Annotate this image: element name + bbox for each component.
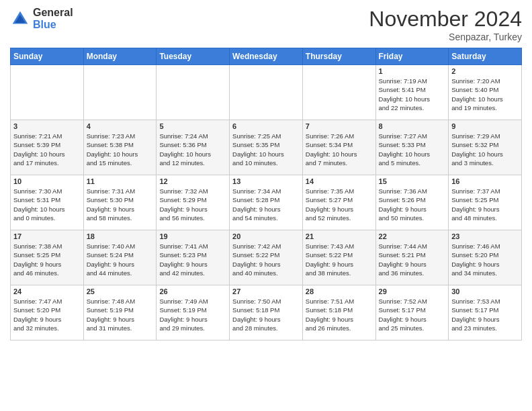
cell-w4-d6: 30Sunrise: 7:53 AMSunset: 5:17 PMDayligh… (449, 285, 522, 340)
week-row-3: 10Sunrise: 7:30 AMSunset: 5:31 PMDayligh… (11, 175, 522, 230)
header-row: SundayMondayTuesdayWednesdayThursdayFrid… (11, 48, 522, 65)
day-number: 17 (13, 232, 81, 240)
cell-w1-d6: 9Sunrise: 7:29 AMSunset: 5:32 PMDaylight… (449, 120, 522, 175)
cell-w0-d4 (302, 65, 375, 120)
week-row-4: 17Sunrise: 7:38 AMSunset: 5:25 PMDayligh… (11, 230, 522, 285)
cell-w4-d2: 26Sunrise: 7:49 AMSunset: 5:19 PMDayligh… (157, 285, 230, 340)
day-info: Sunrise: 7:50 AMSunset: 5:18 PMDaylight:… (232, 297, 300, 332)
cell-w0-d0 (11, 65, 84, 120)
cell-w2-d3: 13Sunrise: 7:34 AMSunset: 5:28 PMDayligh… (230, 175, 303, 230)
month-title: November 2024 (369, 7, 522, 32)
day-number: 13 (232, 177, 300, 185)
cell-w2-d1: 11Sunrise: 7:31 AMSunset: 5:30 PMDayligh… (83, 175, 157, 230)
location: Senpazar, Turkey (369, 32, 522, 42)
day-info: Sunrise: 7:23 AMSunset: 5:38 PMDaylight:… (87, 132, 154, 167)
cell-w2-d6: 16Sunrise: 7:37 AMSunset: 5:25 PMDayligh… (449, 175, 522, 230)
header-monday: Monday (83, 48, 157, 65)
cell-w4-d4: 28Sunrise: 7:51 AMSunset: 5:18 PMDayligh… (302, 285, 375, 340)
day-info: Sunrise: 7:30 AMSunset: 5:31 PMDaylight:… (13, 187, 81, 222)
logo-text: General Blue (33, 7, 73, 30)
day-info: Sunrise: 7:37 AMSunset: 5:25 PMDaylight:… (451, 187, 519, 222)
cell-w0-d2 (157, 65, 230, 120)
cell-w1-d3: 6Sunrise: 7:25 AMSunset: 5:35 PMDaylight… (230, 120, 303, 175)
cell-w3-d0: 17Sunrise: 7:38 AMSunset: 5:25 PMDayligh… (11, 230, 84, 285)
day-info: Sunrise: 7:27 AMSunset: 5:33 PMDaylight:… (379, 132, 446, 167)
calendar-body: 1Sunrise: 7:19 AMSunset: 5:41 PMDaylight… (11, 65, 522, 340)
cell-w0-d5: 1Sunrise: 7:19 AMSunset: 5:41 PMDaylight… (375, 65, 449, 120)
cell-w3-d5: 22Sunrise: 7:44 AMSunset: 5:21 PMDayligh… (375, 230, 449, 285)
day-info: Sunrise: 7:35 AMSunset: 5:27 PMDaylight:… (306, 187, 373, 222)
day-number: 4 (87, 122, 154, 130)
day-info: Sunrise: 7:51 AMSunset: 5:18 PMDaylight:… (306, 297, 373, 332)
calendar-page: General Blue November 2024 Senpazar, Tur… (0, 0, 532, 411)
day-number: 29 (379, 287, 446, 295)
day-number: 26 (159, 287, 226, 295)
day-number: 3 (13, 122, 81, 130)
day-info: Sunrise: 7:21 AMSunset: 5:39 PMDaylight:… (13, 132, 81, 167)
day-info: Sunrise: 7:36 AMSunset: 5:26 PMDaylight:… (379, 187, 446, 222)
header-wednesday: Wednesday (230, 48, 303, 65)
title-block: November 2024 Senpazar, Turkey (369, 7, 522, 42)
cell-w2-d5: 15Sunrise: 7:36 AMSunset: 5:26 PMDayligh… (375, 175, 449, 230)
day-info: Sunrise: 7:47 AMSunset: 5:20 PMDaylight:… (13, 297, 81, 332)
day-info: Sunrise: 7:26 AMSunset: 5:34 PMDaylight:… (306, 132, 373, 167)
day-number: 15 (379, 177, 446, 185)
day-info: Sunrise: 7:44 AMSunset: 5:21 PMDaylight:… (379, 242, 446, 277)
cell-w1-d0: 3Sunrise: 7:21 AMSunset: 5:39 PMDaylight… (11, 120, 84, 175)
day-number: 9 (451, 122, 519, 130)
logo-blue: Blue (33, 19, 73, 31)
day-info: Sunrise: 7:53 AMSunset: 5:17 PMDaylight:… (451, 297, 519, 332)
day-info: Sunrise: 7:29 AMSunset: 5:32 PMDaylight:… (451, 132, 519, 167)
day-number: 7 (306, 122, 373, 130)
day-info: Sunrise: 7:34 AMSunset: 5:28 PMDaylight:… (232, 187, 300, 222)
day-number: 18 (87, 232, 154, 240)
calendar-header: SundayMondayTuesdayWednesdayThursdayFrid… (11, 48, 522, 65)
day-number: 2 (451, 67, 519, 75)
day-number: 21 (306, 232, 373, 240)
cell-w4-d3: 27Sunrise: 7:50 AMSunset: 5:18 PMDayligh… (230, 285, 303, 340)
day-number: 25 (87, 287, 154, 295)
cell-w4-d5: 29Sunrise: 7:52 AMSunset: 5:17 PMDayligh… (375, 285, 449, 340)
day-info: Sunrise: 7:25 AMSunset: 5:35 PMDaylight:… (232, 132, 300, 167)
day-info: Sunrise: 7:40 AMSunset: 5:24 PMDaylight:… (87, 242, 154, 277)
cell-w1-d4: 7Sunrise: 7:26 AMSunset: 5:34 PMDaylight… (302, 120, 375, 175)
header-sunday: Sunday (11, 48, 84, 65)
day-number: 11 (87, 177, 154, 185)
logo-general: General (33, 7, 73, 19)
day-number: 28 (306, 287, 373, 295)
day-number: 1 (379, 67, 446, 75)
cell-w3-d4: 21Sunrise: 7:43 AMSunset: 5:22 PMDayligh… (302, 230, 375, 285)
day-number: 12 (159, 177, 226, 185)
cell-w0-d1 (83, 65, 157, 120)
cell-w3-d1: 18Sunrise: 7:40 AMSunset: 5:24 PMDayligh… (83, 230, 157, 285)
cell-w4-d1: 25Sunrise: 7:48 AMSunset: 5:19 PMDayligh… (83, 285, 157, 340)
header-friday: Friday (375, 48, 449, 65)
day-info: Sunrise: 7:42 AMSunset: 5:22 PMDaylight:… (232, 242, 300, 277)
cell-w1-d5: 8Sunrise: 7:27 AMSunset: 5:33 PMDaylight… (375, 120, 449, 175)
day-info: Sunrise: 7:31 AMSunset: 5:30 PMDaylight:… (87, 187, 154, 222)
day-number: 10 (13, 177, 81, 185)
day-number: 27 (232, 287, 300, 295)
day-number: 20 (232, 232, 300, 240)
cell-w3-d3: 20Sunrise: 7:42 AMSunset: 5:22 PMDayligh… (230, 230, 303, 285)
cell-w2-d2: 12Sunrise: 7:32 AMSunset: 5:29 PMDayligh… (157, 175, 230, 230)
day-info: Sunrise: 7:38 AMSunset: 5:25 PMDaylight:… (13, 242, 81, 277)
day-info: Sunrise: 7:19 AMSunset: 5:41 PMDaylight:… (379, 77, 446, 112)
cell-w3-d2: 19Sunrise: 7:41 AMSunset: 5:23 PMDayligh… (157, 230, 230, 285)
header-thursday: Thursday (302, 48, 375, 65)
day-info: Sunrise: 7:52 AMSunset: 5:17 PMDaylight:… (379, 297, 446, 332)
day-info: Sunrise: 7:43 AMSunset: 5:22 PMDaylight:… (306, 242, 373, 277)
cell-w2-d0: 10Sunrise: 7:30 AMSunset: 5:31 PMDayligh… (11, 175, 84, 230)
header-saturday: Saturday (449, 48, 522, 65)
day-number: 22 (379, 232, 446, 240)
cell-w3-d6: 23Sunrise: 7:46 AMSunset: 5:20 PMDayligh… (449, 230, 522, 285)
day-number: 6 (232, 122, 300, 130)
calendar-table: SundayMondayTuesdayWednesdayThursdayFrid… (10, 48, 522, 340)
header-tuesday: Tuesday (157, 48, 230, 65)
day-info: Sunrise: 7:32 AMSunset: 5:29 PMDaylight:… (159, 187, 226, 222)
cell-w0-d6: 2Sunrise: 7:20 AMSunset: 5:40 PMDaylight… (449, 65, 522, 120)
week-row-2: 3Sunrise: 7:21 AMSunset: 5:39 PMDaylight… (11, 120, 522, 175)
day-number: 24 (13, 287, 81, 295)
day-number: 14 (306, 177, 373, 185)
week-row-5: 24Sunrise: 7:47 AMSunset: 5:20 PMDayligh… (11, 285, 522, 340)
